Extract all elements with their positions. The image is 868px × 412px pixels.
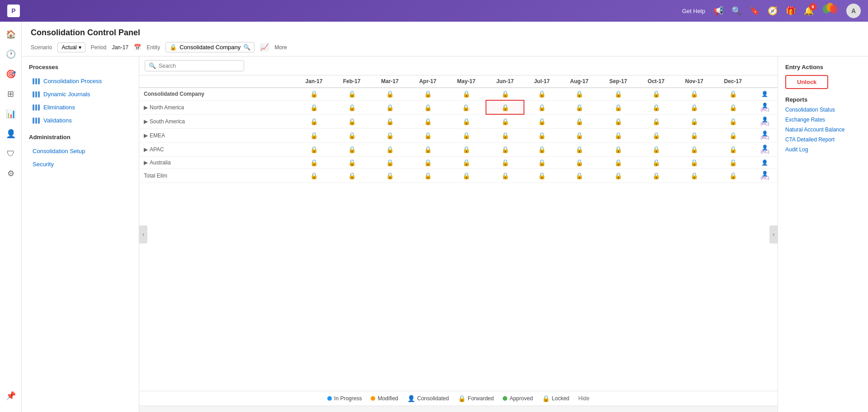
- cell-aus-sep[interactable]: 🔒: [599, 156, 637, 169]
- search-input[interactable]: [159, 63, 240, 69]
- cell-na-sep[interactable]: 🔒: [599, 100, 637, 114]
- cell-apac-dec[interactable]: 🔒: [714, 142, 752, 156]
- cell-emea-may[interactable]: 🔒: [447, 128, 486, 142]
- cell-sa-nov[interactable]: 🔒: [675, 114, 713, 128]
- search-icon[interactable]: 🔍: [731, 6, 741, 16]
- expand-south-america[interactable]: ▶: [144, 118, 148, 125]
- sidebar-item-dynamic-journals[interactable]: Dynamic Journals: [29, 88, 132, 100]
- cell-emea-aug[interactable]: 🔒: [560, 128, 599, 142]
- table-row[interactable]: ▶APAC 🔒 🔒 🔒 🔒 🔒 🔒 🔒 🔒 🔒: [139, 142, 778, 156]
- cell-sa-oct[interactable]: 🔒: [637, 114, 675, 128]
- shield-icon-btn[interactable]: 🛡: [2, 145, 20, 163]
- cell-emea-mar[interactable]: 🔒: [371, 128, 409, 142]
- cell-te-apr[interactable]: 🔒: [409, 169, 447, 183]
- cell-sa-jul[interactable]: 🔒: [524, 114, 560, 128]
- cell-aus-dec[interactable]: 🔒: [714, 156, 752, 169]
- grid-icon-btn[interactable]: ⊞: [2, 85, 20, 103]
- cell-emea-dec[interactable]: 🔒: [714, 128, 752, 142]
- cell-cc-action[interactable]: 👤: [752, 88, 778, 100]
- cell-te-mar[interactable]: 🔒: [371, 169, 409, 183]
- trend-icon[interactable]: 📈: [260, 43, 269, 52]
- cell-cc-oct[interactable]: 🔒: [637, 88, 675, 100]
- cell-aus-may[interactable]: 🔒: [447, 156, 486, 169]
- compass-icon[interactable]: 🧭: [768, 6, 778, 16]
- cell-emea-jan[interactable]: 🔒: [295, 128, 333, 142]
- cell-cc-may[interactable]: 🔒: [447, 88, 486, 100]
- cell-cc-apr[interactable]: 🔒: [409, 88, 447, 100]
- cell-te-jun[interactable]: 🔒: [486, 169, 524, 183]
- cell-na-action[interactable]: 👤(RC): [752, 100, 778, 114]
- cell-cc-jun[interactable]: 🔒: [486, 88, 524, 100]
- calendar-icon[interactable]: 📅: [134, 44, 141, 51]
- cell-sa-aug[interactable]: 🔒: [560, 114, 599, 128]
- cell-te-dec[interactable]: 🔒: [714, 169, 752, 183]
- cell-sa-may[interactable]: 🔒: [447, 114, 486, 128]
- cell-apac-feb[interactable]: 🔒: [333, 142, 371, 156]
- cell-te-sep[interactable]: 🔒: [599, 169, 637, 183]
- cell-emea-sep[interactable]: 🔒: [599, 128, 637, 142]
- table-row[interactable]: Total Elim 🔒 🔒 🔒 🔒 🔒 🔒 🔒 🔒 🔒: [139, 169, 778, 183]
- bookmark-icon[interactable]: 🔖: [750, 6, 760, 16]
- cell-te-may[interactable]: 🔒: [447, 169, 486, 183]
- table-row[interactable]: ▶Australia 🔒 🔒 🔒 🔒 🔒 🔒 🔒 🔒 🔒: [139, 156, 778, 169]
- cell-te-jul[interactable]: 🔒: [524, 169, 560, 183]
- home-icon-btn[interactable]: 🏠: [2, 25, 20, 43]
- cell-apac-may[interactable]: 🔒: [447, 142, 486, 156]
- cell-na-oct[interactable]: 🔒: [637, 100, 675, 114]
- cell-na-nov[interactable]: 🔒: [675, 100, 713, 114]
- cell-na-jan[interactable]: 🔒: [295, 100, 333, 114]
- cell-te-aug[interactable]: 🔒: [560, 169, 599, 183]
- sidebar-item-consolidation-process[interactable]: Consolidation Process: [29, 75, 132, 87]
- cell-aus-feb[interactable]: 🔒: [333, 156, 371, 169]
- cell-aus-aug[interactable]: 🔒: [560, 156, 599, 169]
- sidebar-item-eliminations[interactable]: Eliminations: [29, 101, 132, 113]
- target-icon-btn[interactable]: 🎯: [2, 65, 20, 83]
- get-help-button[interactable]: Get Help: [682, 8, 705, 14]
- hide-button[interactable]: Hide: [578, 395, 590, 402]
- cell-sa-jun[interactable]: 🔒: [486, 114, 524, 128]
- cell-sa-action[interactable]: 👤(RC): [752, 114, 778, 128]
- cell-na-feb[interactable]: 🔒: [333, 100, 371, 114]
- person-icon-btn[interactable]: 👤: [2, 125, 20, 143]
- table-row[interactable]: ▶North America 🔒 🔒 🔒 🔒 🔒 🔒 🔒 🔒: [139, 100, 778, 114]
- cell-aus-apr[interactable]: 🔒: [409, 156, 447, 169]
- cell-apac-action[interactable]: 👤(RC): [752, 142, 778, 156]
- cell-aus-jul[interactable]: 🔒: [524, 156, 560, 169]
- sidebar-item-security[interactable]: Security: [29, 158, 132, 170]
- app-logo[interactable]: P: [7, 5, 20, 17]
- table-row[interactable]: ▶EMEA 🔒 🔒 🔒 🔒 🔒 🔒 🔒 🔒 🔒: [139, 128, 778, 142]
- pin-icon-btn[interactable]: 📌: [2, 387, 20, 405]
- cell-aus-nov[interactable]: 🔒: [675, 156, 713, 169]
- report-link-exchange-rates[interactable]: Exchange Rates: [785, 117, 861, 123]
- cell-na-jul[interactable]: 🔒: [524, 100, 560, 114]
- cell-emea-jun[interactable]: 🔒: [486, 128, 524, 142]
- report-link-consolidation-status[interactable]: Consolidation Status: [785, 107, 861, 113]
- grid-scroll-wrapper[interactable]: Jan-17 Feb-17 Mar-17 Apr-17 May-17 Jun-1…: [139, 75, 778, 391]
- cell-sa-mar[interactable]: 🔒: [371, 114, 409, 128]
- bell-icon[interactable]: 🔔 8: [804, 6, 814, 16]
- megaphone-icon[interactable]: 📢: [713, 6, 723, 16]
- cell-emea-oct[interactable]: 🔒: [637, 128, 675, 142]
- cell-apac-oct[interactable]: 🔒: [637, 142, 675, 156]
- cell-cc-mar[interactable]: 🔒: [371, 88, 409, 100]
- cell-apac-mar[interactable]: 🔒: [371, 142, 409, 156]
- chart-icon-btn[interactable]: 📊: [2, 105, 20, 123]
- clock-icon-btn[interactable]: 🕐: [2, 45, 20, 63]
- expand-australia[interactable]: ▶: [144, 159, 148, 166]
- report-link-audit-log[interactable]: Audit Log: [785, 146, 861, 153]
- colorful-logo[interactable]: [822, 3, 838, 19]
- sidebar-item-validations[interactable]: Validations: [29, 114, 132, 126]
- cell-apac-sep[interactable]: 🔒: [599, 142, 637, 156]
- cell-aus-oct[interactable]: 🔒: [637, 156, 675, 169]
- cell-apac-aug[interactable]: 🔒: [560, 142, 599, 156]
- cell-aus-mar[interactable]: 🔒: [371, 156, 409, 169]
- horizontal-scrollbar[interactable]: [139, 406, 778, 412]
- cell-na-jun-selected[interactable]: 🔒: [486, 100, 524, 114]
- expand-north-america[interactable]: ▶: [144, 104, 148, 111]
- entity-selector[interactable]: 🔒 Consolidated Company 🔍: [165, 42, 255, 52]
- cell-sa-dec[interactable]: 🔒: [714, 114, 752, 128]
- table-row[interactable]: Consolidated Company 🔒 🔒 🔒 🔒 🔒 🔒 🔒 🔒: [139, 88, 778, 100]
- cell-emea-action[interactable]: 👤(RC): [752, 128, 778, 142]
- more-button[interactable]: More: [274, 44, 287, 51]
- scenario-dropdown[interactable]: Actual ▾: [57, 42, 85, 52]
